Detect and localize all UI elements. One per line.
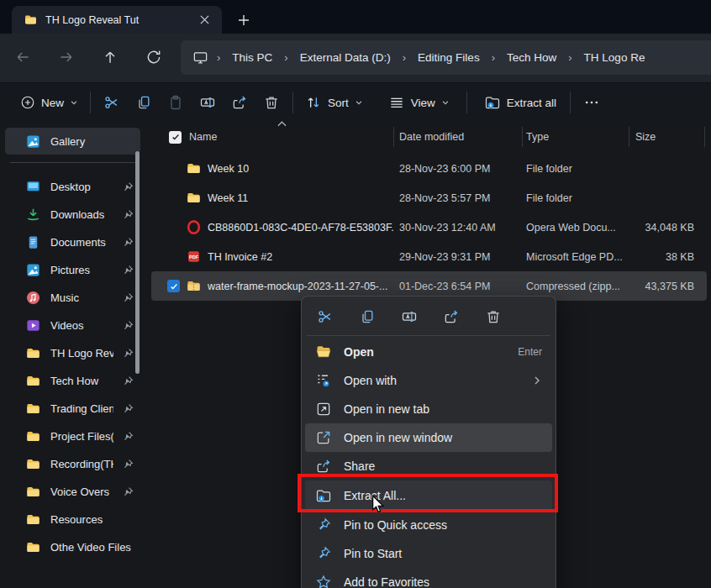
- forward-button[interactable]: [54, 45, 79, 70]
- file-row-week-11[interactable]: Week 11 28-Nov-23 5:57 PM File folder: [147, 183, 711, 213]
- menu-item-pin-to-quick-access[interactable]: Pin to Quick access: [305, 511, 552, 539]
- menu-item-pin-to-start[interactable]: Pin to Start: [305, 539, 552, 568]
- rename-icon[interactable]: [192, 89, 224, 116]
- breadcrumb-external-data[interactable]: External Data (D:): [295, 48, 396, 67]
- file-name: TH Invoice #2: [208, 251, 272, 263]
- sidebar-item-trading-client[interactable]: Trading Client: [5, 395, 140, 422]
- sidebar-item-label: TH Logo Revea: [50, 347, 113, 360]
- share-icon[interactable]: [440, 307, 463, 327]
- file-size: 34,048 KB: [629, 222, 703, 234]
- file-name: Week 10: [208, 163, 249, 175]
- sidebar-item-tech-how[interactable]: Tech How: [5, 367, 140, 394]
- sidebar-item-downloads[interactable]: Downloads: [5, 201, 140, 228]
- sidebar-item-voice-overs[interactable]: Voice Overs: [5, 478, 140, 505]
- address-bar[interactable]: This PC External Data (D:) Editing Files…: [181, 40, 711, 75]
- sidebar-item-project-files[interactable]: Project Files(TH: [5, 423, 140, 449]
- menu-item-label: Open in new window: [344, 431, 542, 444]
- breadcrumb-separator: [561, 51, 578, 64]
- sidebar: Gallery Desktop Downloads Documents: [0, 122, 147, 588]
- column-header-date[interactable]: Date modified: [393, 131, 522, 143]
- see-more-icon[interactable]: [576, 89, 608, 116]
- file-list-header: Name Date modified Type Size: [147, 122, 711, 152]
- sidebar-item-label: Pictures: [50, 264, 113, 276]
- tab-title: TH Logo Reveal Tut: [45, 14, 187, 26]
- pin-icon: [123, 348, 134, 359]
- pin-icon: [123, 292, 134, 303]
- sidebar-item-th-logo-reveal[interactable]: TH Logo Revea: [5, 339, 140, 366]
- sidebar-item-music[interactable]: Music: [5, 284, 140, 311]
- pdf-file-icon: PDF: [186, 249, 202, 265]
- tab-close-icon[interactable]: [195, 11, 213, 29]
- context-menu-quick-actions: [302, 300, 556, 333]
- menu-item-extract-all[interactable]: Extract All...: [305, 480, 552, 511]
- sidebar-item-label: Project Files(TH: [50, 430, 113, 443]
- sidebar-item-label: Desktop: [50, 181, 113, 193]
- copy-icon[interactable]: [128, 89, 160, 116]
- column-header-name[interactable]: Name: [189, 131, 217, 143]
- delete-icon[interactable]: [482, 307, 505, 327]
- sidebar-item-documents[interactable]: Documents: [5, 228, 140, 255]
- sidebar-item-label: Videos: [50, 319, 113, 332]
- sidebar-scrollbar[interactable]: [135, 151, 140, 374]
- file-row-week-10[interactable]: Week 10 28-Nov-23 6:00 PM File folder: [147, 154, 711, 183]
- music-icon: [25, 290, 41, 306]
- open-with-icon: [315, 372, 332, 389]
- share-icon: [315, 458, 332, 475]
- navigation-bar: This PC External Data (D:) Editing Files…: [0, 34, 711, 83]
- menu-item-add-to-favorites[interactable]: Add to Favorites: [305, 568, 552, 588]
- cut-icon[interactable]: [313, 307, 337, 327]
- pin-icon: [123, 459, 134, 470]
- folder-icon: [25, 428, 41, 444]
- menu-item-open-in-new-tab[interactable]: Open in new tab: [305, 395, 552, 423]
- paste-icon[interactable]: [160, 89, 192, 116]
- file-row-opera-document[interactable]: CB8860D1-083C-4DE0-AF78-E53803F... 30-No…: [147, 213, 711, 242]
- breadcrumb-editing-files[interactable]: Editing Files: [413, 48, 485, 67]
- copy-icon[interactable]: [356, 307, 379, 327]
- view-button[interactable]: View: [382, 89, 456, 116]
- folder-icon: [25, 401, 41, 417]
- menu-item-open-with[interactable]: Open with: [305, 366, 552, 395]
- star-icon: [315, 574, 332, 588]
- breadcrumb-this-pc[interactable]: This PC: [227, 48, 277, 67]
- menu-item-open-in-new-window[interactable]: Open in new window: [305, 423, 552, 452]
- rename-icon[interactable]: [398, 307, 421, 327]
- breadcrumb-separator: [277, 51, 294, 64]
- menu-item-label: Open with: [344, 374, 520, 387]
- sidebar-item-gallery[interactable]: Gallery: [5, 128, 140, 155]
- file-row-th-invoice[interactable]: PDF TH Invoice #2 29-Nov-23 9:31 PM Micr…: [147, 242, 711, 271]
- sidebar-item-resources[interactable]: Resources: [5, 506, 140, 533]
- pictures-icon: [25, 262, 41, 278]
- back-button[interactable]: [10, 45, 35, 70]
- folder-icon: [186, 190, 202, 206]
- extract-all-button[interactable]: Extract all: [477, 89, 563, 116]
- breadcrumb-tech-how[interactable]: Tech How: [502, 48, 561, 67]
- sidebar-item-desktop[interactable]: Desktop: [5, 173, 140, 200]
- new-button[interactable]: New: [13, 90, 85, 115]
- row-checkbox-checked[interactable]: [167, 280, 180, 292]
- menu-item-open[interactable]: Open Enter: [305, 338, 552, 366]
- file-type: Compressed (zipp...: [522, 281, 629, 292]
- share-icon[interactable]: [224, 89, 255, 116]
- refresh-button[interactable]: [141, 45, 166, 70]
- folder-icon: [25, 373, 41, 389]
- menu-item-share[interactable]: Share: [305, 452, 552, 480]
- sidebar-item-videos[interactable]: Videos: [5, 312, 140, 339]
- explorer-tab[interactable]: TH Logo Reveal Tut: [12, 6, 222, 34]
- new-tab-button[interactable]: [234, 10, 254, 30]
- file-size: 43,375 KB: [629, 281, 703, 292]
- breadcrumb-current-folder[interactable]: TH Logo Re: [579, 48, 650, 67]
- select-all-checkbox[interactable]: [169, 131, 182, 144]
- file-name: water-frame-mockup-2023-11-27-05-...: [208, 281, 387, 292]
- folder-icon: [24, 13, 38, 27]
- column-header-type[interactable]: Type: [522, 131, 629, 143]
- sidebar-item-other-video-files[interactable]: Othe Video Files: [5, 533, 140, 560]
- up-button[interactable]: [97, 45, 123, 70]
- cut-icon[interactable]: [96, 89, 128, 116]
- delete-icon[interactable]: [255, 89, 287, 116]
- column-header-size[interactable]: Size: [629, 131, 703, 143]
- sidebar-item-recording[interactable]: Recording(TH): [5, 450, 140, 477]
- sidebar-item-pictures[interactable]: Pictures: [5, 256, 140, 283]
- sort-button[interactable]: Sort: [298, 89, 370, 116]
- breadcrumb-separator: [485, 51, 502, 64]
- sidebar-divider: [10, 162, 137, 163]
